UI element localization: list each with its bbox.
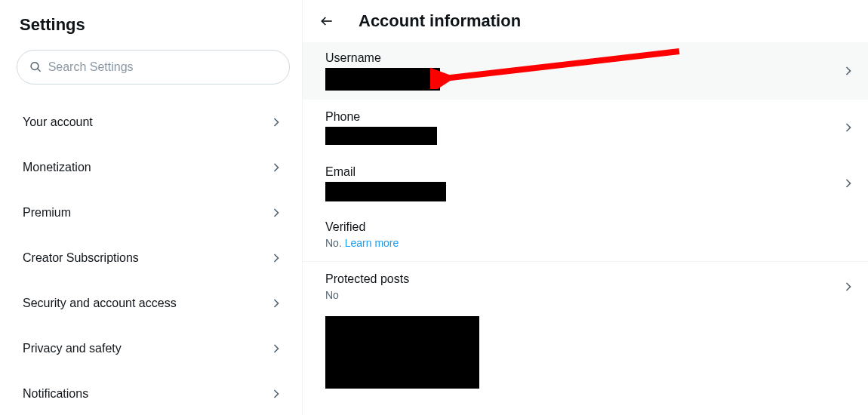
row-username[interactable]: Username: [303, 42, 868, 100]
phone-label: Phone: [325, 110, 437, 124]
chevron-right-icon: [841, 279, 856, 294]
sidebar-item-label: Creator Subscriptions: [23, 251, 139, 265]
sidebar-item-label: Privacy and safety: [23, 342, 122, 355]
sidebar-item-premium[interactable]: Premium: [17, 190, 290, 235]
back-button[interactable]: [313, 8, 340, 35]
redacted-content: [325, 316, 479, 389]
settings-title: Settings: [17, 15, 290, 35]
row-phone[interactable]: Phone: [303, 100, 868, 155]
sidebar-item-privacy[interactable]: Privacy and safety: [17, 326, 290, 371]
search-icon: [29, 60, 42, 74]
chevron-right-icon: [841, 120, 856, 135]
sidebar-item-label: Your account: [23, 115, 93, 129]
chevron-right-icon: [269, 115, 284, 130]
phone-value-redacted: [325, 127, 437, 145]
username-value-redacted: [325, 68, 440, 91]
search-input[interactable]: [48, 60, 277, 74]
sidebar-item-label: Security and account access: [23, 297, 177, 310]
chevron-right-icon: [841, 63, 856, 78]
chevron-right-icon: [269, 160, 284, 175]
verified-text: No.: [325, 237, 342, 249]
verified-value: No. Learn more: [325, 237, 399, 249]
sidebar-item-security[interactable]: Security and account access: [17, 281, 290, 326]
chevron-right-icon: [269, 386, 284, 401]
arrow-left-icon: [319, 14, 334, 29]
page-title: Account information: [359, 11, 521, 31]
row-verified: Verified No. Learn more: [303, 211, 868, 258]
email-label: Email: [325, 165, 446, 179]
chevron-right-icon: [269, 251, 284, 266]
row-email[interactable]: Email: [303, 155, 868, 211]
chevron-right-icon: [269, 341, 284, 356]
chevron-right-icon: [269, 205, 284, 220]
protected-value: No: [325, 289, 409, 301]
settings-sidebar: Settings Your account Monetization Premi…: [0, 0, 302, 415]
sidebar-item-label: Premium: [23, 206, 71, 220]
username-label: Username: [325, 51, 440, 65]
email-value-redacted: [325, 182, 446, 201]
learn-more-link[interactable]: Learn more: [345, 237, 399, 249]
panel-header: Account information: [303, 0, 868, 42]
search-settings-field[interactable]: [17, 50, 290, 85]
account-information-panel: Account information Username Phone Email…: [302, 0, 868, 415]
row-protected-posts[interactable]: Protected posts No: [303, 262, 868, 307]
chevron-right-icon: [269, 296, 284, 311]
sidebar-item-label: Notifications: [23, 387, 88, 401]
chevron-right-icon: [841, 176, 856, 191]
redacted-block: [303, 307, 868, 401]
protected-label: Protected posts: [325, 272, 409, 286]
sidebar-item-monetization[interactable]: Monetization: [17, 145, 290, 190]
verified-label: Verified: [325, 220, 399, 234]
sidebar-item-creator-subscriptions[interactable]: Creator Subscriptions: [17, 235, 290, 281]
sidebar-item-notifications[interactable]: Notifications: [17, 371, 290, 415]
sidebar-item-your-account[interactable]: Your account: [17, 100, 290, 145]
sidebar-item-label: Monetization: [23, 161, 91, 174]
